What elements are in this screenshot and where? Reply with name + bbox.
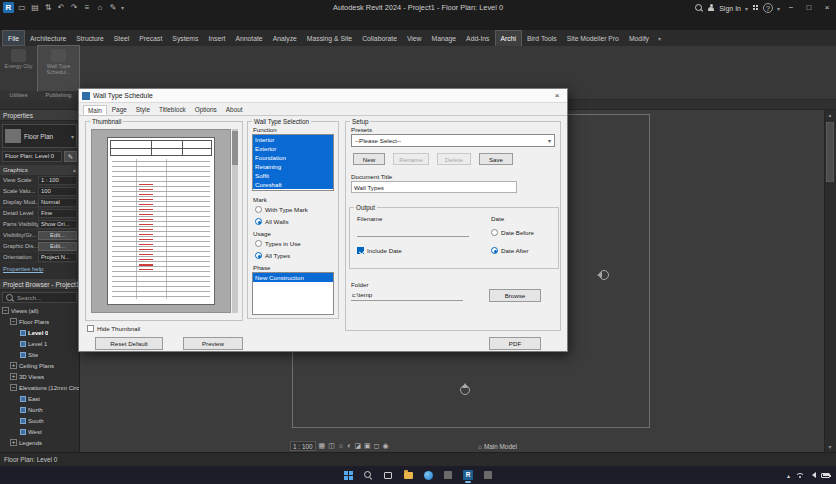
delete-button[interactable]: Delete (437, 153, 471, 165)
edit-visibility-button[interactable]: Edit... (38, 231, 77, 240)
tray-expand-icon[interactable]: ▴ (787, 472, 790, 479)
tree-item-site[interactable]: Site (0, 349, 79, 360)
browser-search-input[interactable]: Search... (2, 292, 77, 303)
filename-input[interactable] (357, 225, 469, 237)
type-selector[interactable]: Floor Plan ▾ (2, 124, 77, 148)
function-option[interactable]: Retaining (253, 162, 333, 171)
temporary-hide-isolate-icon[interactable]: ◻ (374, 441, 380, 451)
phase-option[interactable]: New Construction (253, 273, 333, 282)
sync-icon[interactable]: ⇅ (43, 3, 53, 13)
help-caret-icon[interactable]: ▾ (777, 5, 780, 12)
phase-listbox[interactable]: New Construction (252, 272, 334, 315)
properties-help-link[interactable]: Properties help (0, 263, 79, 274)
save-button[interactable]: Save (479, 153, 513, 165)
thumbnail-scrollbar[interactable] (232, 129, 238, 313)
help-icon[interactable]: ? (763, 3, 773, 13)
property-value[interactable]: Normal (38, 198, 77, 207)
save-icon[interactable]: ▤ (30, 3, 40, 13)
function-option[interactable]: Foundation (253, 153, 333, 162)
pinned-app-icon[interactable] (481, 468, 495, 482)
collapse-icon[interactable] (10, 384, 17, 391)
tree-item-north[interactable]: North (0, 404, 79, 415)
tab-manage[interactable]: Manage (427, 30, 462, 46)
dialog-tab-style[interactable]: Style (132, 105, 154, 115)
tab-analyze[interactable]: Analyze (268, 30, 302, 46)
graphics-section-header[interactable]: Graphics ▴ (0, 165, 79, 175)
function-listbox[interactable]: Interior Exterior Foundation Retaining S… (252, 134, 334, 191)
browse-button[interactable]: Browse (489, 289, 541, 302)
minimize-button[interactable]: − (784, 2, 798, 14)
collapse-icon[interactable] (10, 318, 17, 325)
tab-structure[interactable]: Structure (71, 30, 109, 46)
crop-view-icon[interactable]: ◪ (354, 441, 361, 451)
task-view-icon[interactable] (381, 468, 395, 482)
search-icon[interactable] (695, 4, 703, 13)
sign-in-button[interactable]: Sign In (719, 5, 741, 12)
function-option[interactable]: Exterior (253, 144, 333, 153)
close-button[interactable]: × (820, 2, 834, 14)
dialog-close-button[interactable]: × (550, 90, 564, 102)
tab-systems[interactable]: Systems (167, 30, 203, 46)
sign-in-caret-icon[interactable]: ▾ (745, 5, 748, 12)
tab-modify[interactable]: Modify (624, 30, 654, 46)
property-value[interactable]: Fine (38, 209, 77, 218)
measure-icon[interactable]: ✎ (108, 3, 118, 13)
detail-level-icon[interactable]: ▦ (319, 441, 326, 451)
pdf-button[interactable]: PDF (489, 337, 541, 350)
pinned-app-icon[interactable] (441, 468, 455, 482)
radio-with-type-mark[interactable]: With Type Mark (255, 206, 308, 213)
tree-item-3d-views[interactable]: 3D Views (0, 371, 79, 382)
tab-view[interactable]: View (402, 30, 427, 46)
redo-icon[interactable]: ↷ (69, 3, 79, 13)
start-button[interactable] (341, 468, 355, 482)
expand-icon[interactable] (10, 439, 17, 446)
ribbon-state-caret-icon[interactable]: ▾ (654, 30, 665, 46)
tab-massing-site[interactable]: Massing & Site (302, 30, 357, 46)
radio-all-types[interactable]: All Types (255, 252, 290, 259)
property-value[interactable]: 1 : 100 (38, 176, 77, 185)
battery-icon[interactable] (821, 473, 830, 478)
elevation-marker-icon[interactable] (457, 382, 473, 398)
qat-customize-caret-icon[interactable]: ▾ (121, 4, 124, 11)
tree-item-level-0[interactable]: Level 0 (0, 327, 79, 338)
default-3d-view-icon[interactable]: ⌂ (95, 3, 105, 13)
user-icon[interactable] (707, 4, 715, 13)
tab-steel[interactable]: Steel (109, 30, 135, 46)
tab-insert[interactable]: Insert (203, 30, 230, 46)
property-value[interactable]: Show Ori... (38, 220, 77, 229)
print-icon[interactable]: ≡ (82, 3, 92, 13)
rename-button[interactable]: Rename (393, 153, 429, 165)
preview-button[interactable]: Preview (183, 337, 243, 350)
scrollbar-thumb[interactable] (232, 131, 238, 165)
open-icon[interactable]: ▭ (17, 3, 27, 13)
edit-graphic-display-button[interactable]: Edit... (38, 242, 77, 251)
revit-taskbar-icon[interactable]: R (461, 468, 475, 482)
dialog-tab-titleblock[interactable]: Titleblock (155, 105, 190, 115)
collapse-icon[interactable] (2, 307, 9, 314)
revit-logo-icon[interactable]: R (3, 2, 14, 13)
file-explorer-icon[interactable] (401, 468, 415, 482)
radio-date-after[interactable]: Date After (491, 247, 529, 254)
tab-bird-tools[interactable]: Bird Tools (522, 30, 562, 46)
show-crop-region-icon[interactable]: ▣ (364, 441, 371, 451)
folder-input[interactable] (351, 289, 463, 301)
app-store-icon[interactable] (752, 4, 759, 12)
function-option[interactable]: Soffit (253, 171, 333, 180)
elevation-marker-icon[interactable] (596, 267, 612, 283)
active-workset-indicator[interactable]: ⌂ Main Model (478, 440, 517, 452)
radio-types-in-use[interactable]: Types in Use (255, 240, 301, 247)
radio-all-walls[interactable]: All Walls (255, 218, 289, 225)
maximize-button[interactable]: □ (802, 2, 816, 14)
expand-icon[interactable] (10, 373, 17, 380)
taskbar-search-icon[interactable] (361, 468, 375, 482)
dialog-tab-options[interactable]: Options (191, 105, 221, 115)
undo-icon[interactable]: ↶ (56, 3, 66, 13)
tree-item-legends[interactable]: Legends (0, 437, 79, 448)
tab-collaborate[interactable]: Collaborate (357, 30, 402, 46)
wifi-icon[interactable] (795, 472, 804, 479)
dialog-tab-page[interactable]: Page (108, 105, 131, 115)
radio-date-before[interactable]: Date Before (491, 229, 534, 236)
tree-item-level-1[interactable]: Level 1 (0, 338, 79, 349)
function-option[interactable]: Coreshaft (253, 180, 333, 189)
property-value[interactable]: Project N... (38, 253, 77, 262)
